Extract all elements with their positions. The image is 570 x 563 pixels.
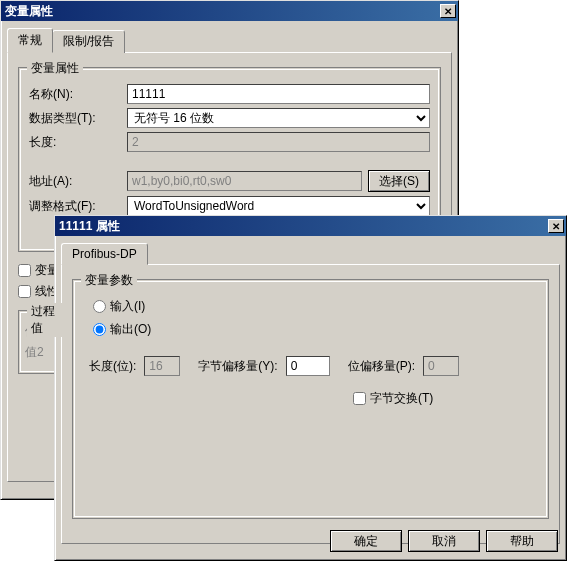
address-input (127, 171, 362, 191)
select-button[interactable]: 选择(S) (368, 170, 430, 192)
lin-checkbox[interactable] (18, 285, 31, 298)
output-label: 输出(O) (110, 321, 151, 338)
datatype-select[interactable]: 无符号 16 位数 (127, 108, 430, 128)
length-label: 长度: (29, 134, 121, 151)
swap-checkbox[interactable] (353, 392, 366, 405)
format-select[interactable]: WordToUnsignedWord (127, 196, 430, 216)
bitoff-input (423, 356, 459, 376)
datatype-label: 数据类型(T): (29, 110, 121, 127)
format-label: 调整格式(F): (29, 198, 121, 215)
window1-title: 变量属性 (5, 3, 440, 20)
close-icon[interactable]: ✕ (548, 219, 564, 233)
group-variable-props: 变量属性 (27, 60, 83, 77)
group-variable-params: 变量参数 (81, 272, 137, 289)
name-input[interactable] (127, 84, 430, 104)
byteoff-input[interactable] (286, 356, 330, 376)
help-button[interactable]: 帮助 (486, 530, 558, 552)
tab-limits[interactable]: 限制/报告 (52, 30, 125, 53)
bitlen-input (144, 356, 180, 376)
tab-profibus[interactable]: Profibus-DP (61, 243, 148, 265)
bitoff-label: 位偏移量(P): (348, 358, 415, 375)
ok-button[interactable]: 确定 (330, 530, 402, 552)
byteoff-label: 字节偏移量(Y): (198, 358, 277, 375)
window2-title: 11111 属性 (59, 218, 548, 235)
name-label: 名称(N): (29, 86, 121, 103)
proc-group: 过程值 (27, 303, 67, 337)
input-radio[interactable] (93, 300, 106, 313)
input-label: 输入(I) (110, 298, 145, 315)
swap-label: 字节交换(T) (370, 390, 433, 407)
close-icon[interactable]: ✕ (440, 4, 456, 18)
output-radio[interactable] (93, 323, 106, 336)
cancel-button[interactable]: 取消 (408, 530, 480, 552)
var-checkbox[interactable] (18, 264, 31, 277)
bitlen-label: 长度(位): (89, 358, 136, 375)
address-label: 地址(A): (29, 173, 121, 190)
tab-general[interactable]: 常规 (7, 28, 53, 53)
length-input (127, 132, 430, 152)
